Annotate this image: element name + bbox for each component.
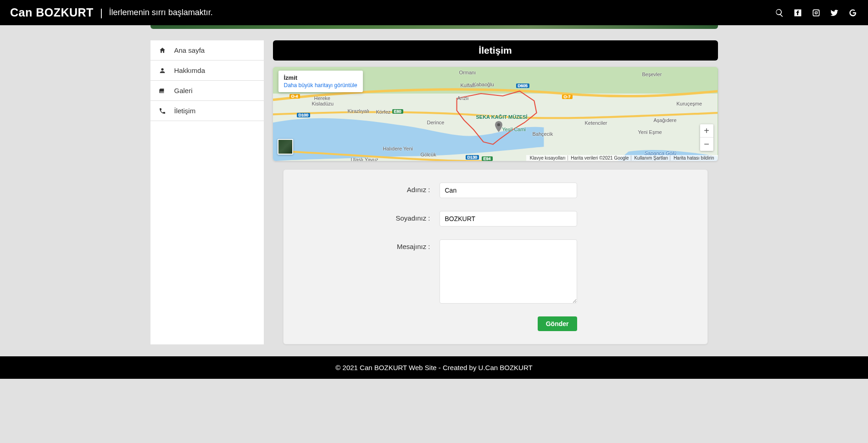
sidebar-item-home[interactable]: Ana sayfa	[150, 40, 264, 61]
name-input[interactable]	[440, 183, 577, 198]
sidebar-item-gallery[interactable]: Galeri	[150, 81, 264, 101]
map-place: Hereke	[314, 95, 330, 101]
map-place: Arızlı	[457, 95, 469, 101]
sidebar: Ana sayfa Hakkımda Galeri İletişim	[150, 40, 264, 344]
map-keyboard-shortcut-link[interactable]: Klavye kısayolları	[528, 155, 568, 161]
topbar: Can BOZKURT | İlerlemenin sırrı başlamak…	[0, 0, 868, 25]
road-shield: E94	[482, 156, 493, 161]
map-place: Ulaşlı Yavuz	[351, 157, 378, 161]
map-zoom-controls: + −	[700, 124, 713, 151]
map-place: Ormanı	[459, 70, 476, 75]
map-report-link[interactable]: Harita hatası bildirin	[672, 155, 716, 161]
search-icon[interactable]	[774, 8, 785, 18]
road-shield: D130	[466, 155, 479, 160]
map-place: Derince	[427, 120, 445, 125]
road-shield: D100	[297, 113, 311, 117]
map-satellite-toggle[interactable]	[278, 139, 293, 155]
road-shield: D605	[516, 83, 530, 88]
form-actions: Gönder	[440, 316, 577, 331]
map-place: Bahçecik	[533, 131, 553, 137]
map-place: Kuruçeşme	[677, 101, 702, 106]
sidebar-item-label: Galeri	[174, 87, 193, 94]
images-icon	[159, 87, 168, 94]
surname-input[interactable]	[440, 211, 577, 227]
user-icon	[159, 67, 168, 74]
zoom-out-button[interactable]: −	[700, 138, 713, 151]
main-content: İletişim	[273, 40, 718, 344]
home-icon	[159, 47, 168, 54]
google-icon[interactable]	[848, 8, 858, 18]
zoom-in-button[interactable]: +	[700, 124, 713, 138]
form-row-message: Mesajınız :	[302, 239, 689, 304]
contact-form: Adınız : Soyadınız : Mesajınız : Gönder	[283, 169, 708, 344]
brand[interactable]: Can BOZKURT	[10, 6, 94, 19]
road-shield: O-7	[562, 94, 573, 99]
map-place: Kisladüzu	[312, 101, 334, 106]
surname-label: Soyadınız :	[302, 211, 430, 222]
map-place: Yeşil Cami	[502, 127, 526, 132]
page-title: İletişim	[273, 40, 718, 61]
map-place: Yeni Eşme	[638, 129, 662, 135]
instagram-icon[interactable]	[811, 8, 821, 18]
hero-strip	[150, 25, 718, 29]
sidebar-item-label: Hakkımda	[174, 66, 206, 74]
phone-icon	[159, 107, 168, 115]
road-shield: E80	[392, 109, 403, 114]
form-row-surname: Soyadınız :	[302, 211, 689, 227]
topbar-icons	[774, 8, 858, 18]
name-label: Adınız :	[302, 183, 430, 194]
map[interactable]: Ormanı Kabaoğlu Hereke Kisladüzu Kirazlı…	[273, 67, 718, 161]
map-poi-label[interactable]: SEKA KAĞIT MÜZESİ	[476, 114, 528, 120]
sidebar-item-label: Ana sayfa	[174, 46, 205, 54]
map-place: Kabaoğlu	[473, 82, 495, 87]
road-shield: O-4	[289, 94, 300, 99]
submit-button[interactable]: Gönder	[538, 316, 577, 331]
map-place: Halıdere Yeni	[383, 146, 413, 151]
map-infobox-title: İzmit	[284, 74, 357, 81]
message-input[interactable]	[440, 239, 577, 304]
svg-point-2	[497, 123, 500, 127]
map-place: Beşevler	[642, 72, 662, 77]
sidebar-item-about[interactable]: Hakkımda	[150, 61, 264, 81]
twitter-icon[interactable]	[829, 8, 840, 18]
topbar-left: Can BOZKURT | İlerlemenin sırrı başlamak…	[10, 6, 213, 19]
footer: © 2021 Can BOZKURT Web Site - Created by…	[0, 356, 868, 379]
map-place: Aşağıdere	[654, 117, 677, 123]
sidebar-item-label: İletişim	[174, 107, 196, 115]
map-infobox: İzmit Daha büyük haritayı görüntüle	[278, 71, 363, 92]
map-marker-icon[interactable]	[495, 121, 502, 132]
map-place: Kirazlıyalı	[348, 108, 370, 114]
map-terms-link[interactable]: Kullanım Şartları	[632, 155, 670, 161]
footer-text: © 2021 Can BOZKURT Web Site - Created by…	[335, 364, 532, 371]
map-place: Kulfallı	[461, 83, 476, 88]
form-row-name: Adınız :	[302, 183, 689, 198]
tagline: İlerlemenin sırrı başlamaktır.	[109, 8, 213, 17]
map-place: Ketenciler	[585, 120, 607, 126]
map-data-attrib: Harita verileri ©2021 Google	[569, 155, 631, 161]
map-place: Gölcük	[421, 152, 436, 157]
map-larger-link[interactable]: Daha büyük haritayı görüntüle	[284, 82, 357, 89]
facebook-icon[interactable]	[793, 8, 803, 18]
map-place: Körfez	[376, 109, 391, 115]
brand-divider: |	[100, 7, 103, 19]
map-attribution: Klavye kısayolları Harita verileri ©2021…	[526, 155, 718, 161]
message-label: Mesajınız :	[302, 239, 430, 250]
sidebar-item-contact[interactable]: İletişim	[150, 101, 264, 121]
